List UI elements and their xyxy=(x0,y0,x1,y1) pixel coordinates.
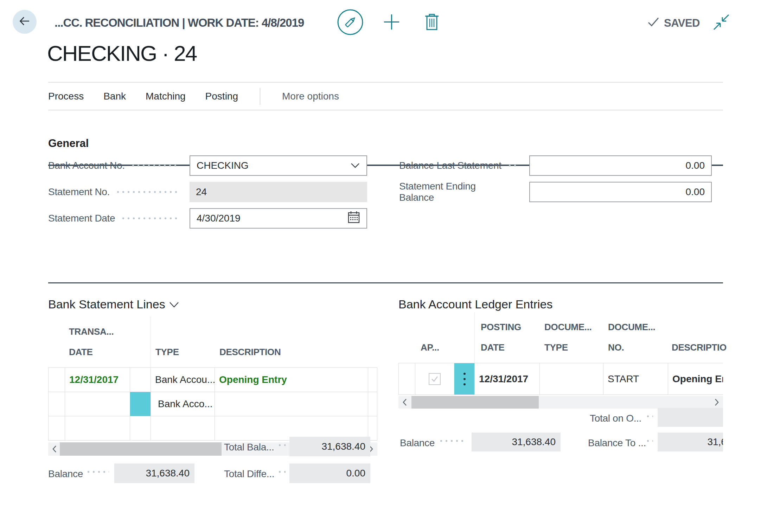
menu-item-matching[interactable]: Matching xyxy=(146,91,186,102)
col-header-document-no-2[interactable]: NO. xyxy=(608,342,624,353)
chevron-down-icon[interactable] xyxy=(350,160,360,171)
field-label: Statement Ending Balance xyxy=(399,181,513,203)
ledger-balance-value: 31,638.40 xyxy=(512,436,556,448)
col-header-type[interactable]: TYPE xyxy=(155,347,179,358)
balance-box: 31,638.40 xyxy=(114,463,194,483)
column-divider xyxy=(474,312,475,363)
dotted-leader xyxy=(439,440,467,442)
total-outstanding-box xyxy=(658,408,723,427)
ledger-document-no[interactable]: START xyxy=(603,363,668,395)
dotted-leader xyxy=(130,164,179,167)
calendar-icon[interactable] xyxy=(347,211,360,226)
column-divider xyxy=(151,316,151,367)
ledger-balance-label: Balance xyxy=(400,437,435,449)
ledger-entries-table-viewport: 12/31/2017 START Opening Entry xyxy=(398,363,723,395)
statement-line-indicator-cell[interactable] xyxy=(130,368,151,392)
field-balance-last-statement: Balance Last Statement 0.00 xyxy=(399,155,723,176)
dotted-leader xyxy=(277,444,286,447)
total-balance-box: 31,638.40 xyxy=(289,437,370,456)
statement-line-description[interactable]: Opening Entry xyxy=(215,368,368,392)
row-selector-cell[interactable] xyxy=(49,416,65,441)
applied-checkbox[interactable] xyxy=(429,373,441,385)
general-section-heading[interactable]: General xyxy=(48,137,89,150)
edit-button[interactable] xyxy=(337,9,364,37)
check-icon xyxy=(647,15,660,31)
applied-cell[interactable] xyxy=(415,363,454,395)
statement-line-description[interactable] xyxy=(215,392,368,416)
scrollbar-thumb[interactable] xyxy=(60,442,222,456)
more-options-button[interactable]: More options xyxy=(282,91,339,102)
row-selector-cell[interactable] xyxy=(399,363,415,395)
col-header-transaction-date-2[interactable]: DATE xyxy=(69,347,93,358)
dotted-leader xyxy=(86,470,109,473)
statement-line-date[interactable] xyxy=(65,392,130,416)
ledger-entries-heading-label: Bank Account Ledger Entries xyxy=(398,297,553,311)
col-header-posting-date-1[interactable]: POSTING xyxy=(481,322,521,333)
dotted-leader xyxy=(277,470,286,473)
balance-to-box: 31,638.40 xyxy=(658,432,723,451)
col-header-document-no-1[interactable]: DOCUME... xyxy=(608,322,656,333)
balance-value: 31,638.40 xyxy=(146,468,190,479)
statement-line-date[interactable]: 12/31/2017 xyxy=(65,368,130,392)
statement-date-input[interactable]: 4/30/2019 xyxy=(190,208,367,229)
selected-cell[interactable] xyxy=(454,363,475,395)
dotted-leader xyxy=(645,415,653,418)
field-label: Statement Date xyxy=(48,213,115,224)
col-header-posting-date-2[interactable]: DATE xyxy=(481,342,505,353)
col-header-transaction-date-1[interactable]: TRANSA... xyxy=(69,326,114,337)
ledger-posting-date[interactable]: 12/31/2017 xyxy=(475,363,540,395)
statement-line-type[interactable]: Bank Acco... xyxy=(151,392,215,416)
field-label: Statement No. xyxy=(48,186,110,198)
action-menu: Process Bank Matching Posting More optio… xyxy=(48,86,339,106)
empty-cell[interactable] xyxy=(151,416,215,441)
ledger-totals-region: Total on O... Balance 31,638.40 Balance … xyxy=(398,401,723,464)
menu-item-process[interactable]: Process xyxy=(48,91,84,102)
ledger-entries-table: 12/31/2017 START Opening Entry xyxy=(398,363,723,395)
empty-cell[interactable] xyxy=(65,416,130,441)
row-selector-cell[interactable] xyxy=(49,368,65,392)
divider xyxy=(48,110,723,110)
field-statement-date: Statement Date 4/30/2019 xyxy=(48,208,367,229)
statement-line-type[interactable]: Bank Accou... xyxy=(151,368,215,392)
bank-account-no-combobox[interactable]: CHECKING xyxy=(190,155,367,176)
statement-no-value: 24 xyxy=(196,186,207,198)
delete-button[interactable] xyxy=(424,13,440,32)
statement-lines-heading-label: Bank Statement Lines xyxy=(48,297,165,311)
statement-lines-table: 12/31/2017 Bank Accou... Opening Entry B… xyxy=(48,367,377,441)
new-button[interactable] xyxy=(383,14,400,32)
clipped-cell xyxy=(368,392,377,416)
col-header-description[interactable]: DESCRIPTION xyxy=(219,347,281,358)
ledger-entries-heading: Bank Account Ledger Entries xyxy=(398,297,553,311)
page-title: CHECKING · 24 xyxy=(47,41,197,66)
plus-icon xyxy=(383,14,400,30)
statement-date-value: 4/30/2019 xyxy=(197,213,241,224)
breadcrumb[interactable]: ...CC. RECONCILIATION | WORK DATE: 4/8/2… xyxy=(55,16,304,30)
chevron-down-icon[interactable] xyxy=(169,297,179,311)
row-selector-cell[interactable] xyxy=(49,392,65,416)
balance-label: Balance xyxy=(48,468,83,480)
statement-ending-balance-input[interactable]: 0.00 xyxy=(529,182,712,202)
bank-reconciliation-page: ...CC. RECONCILIATION | WORK DATE: 4/8/2… xyxy=(0,0,780,532)
col-header-applied[interactable]: AP... xyxy=(421,342,439,353)
back-arrow-icon xyxy=(17,14,32,30)
selected-cell[interactable] xyxy=(130,392,151,416)
back-button[interactable] xyxy=(13,10,37,34)
balance-to-value: 31,638.40 xyxy=(707,436,723,448)
kebab-menu-icon[interactable] xyxy=(454,373,474,385)
collapse-button[interactable] xyxy=(712,13,731,33)
col-header-document-type-1[interactable]: DOCUME... xyxy=(544,322,592,333)
statement-ending-balance-value: 0.00 xyxy=(686,186,705,198)
total-balance-label: Total Bala... xyxy=(224,442,274,453)
col-header-document-type-2[interactable]: TYPE xyxy=(544,342,568,353)
menu-item-posting[interactable]: Posting xyxy=(205,91,238,102)
saved-label: SAVED xyxy=(664,17,700,30)
total-outstanding-label: Total on O... xyxy=(590,413,641,424)
pencil-icon xyxy=(337,9,364,36)
ledger-description[interactable]: Opening Entry xyxy=(668,363,723,395)
col-header-description[interactable]: DESCRIPTIO xyxy=(672,342,727,353)
ledger-document-type[interactable] xyxy=(540,363,603,395)
balance-last-statement-input[interactable]: 0.00 xyxy=(529,155,712,176)
menu-item-bank[interactable]: Bank xyxy=(103,91,126,102)
empty-cell[interactable] xyxy=(130,416,151,441)
scroll-left-icon[interactable] xyxy=(52,445,57,453)
